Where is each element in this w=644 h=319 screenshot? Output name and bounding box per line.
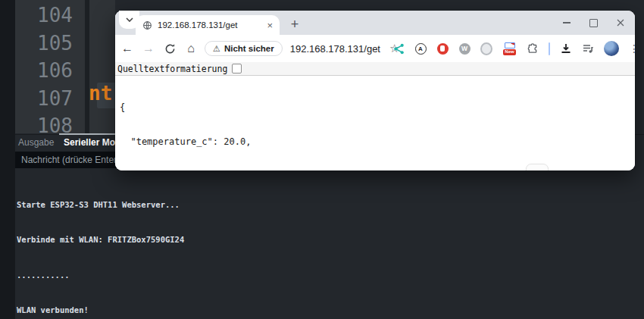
browser-tab[interactable]: 192.168.178.131/get × xyxy=(136,15,280,35)
puzzle-glyph xyxy=(527,42,539,55)
forward-icon[interactable]: → xyxy=(141,41,156,56)
tab-close-icon[interactable]: × xyxy=(267,20,273,30)
browser-toolbar: ← → ⌂ ⚠ Nicht sicher 192.168.178.131/get… xyxy=(115,35,635,62)
tab-ausgabe[interactable]: Ausgabe xyxy=(18,137,54,148)
serial-monitor-output[interactable]: Starte ESP32-S3 DHT11 Webserver... Verbi… xyxy=(17,176,462,319)
line-number: 105 xyxy=(15,30,73,58)
source-format-bar: Quelltextformatierung xyxy=(115,62,635,76)
block-icon: ⊘ xyxy=(533,168,542,170)
download-glyph xyxy=(560,42,572,55)
address-bar[interactable]: ⚠ Nicht sicher 192.168.178.131/get ☆ xyxy=(205,35,399,62)
adguard-extension-icon[interactable]: A xyxy=(414,42,427,55)
url-text[interactable]: 192.168.178.131/get xyxy=(290,43,380,55)
line-number: 107 xyxy=(15,85,73,113)
nav-buttons: ← → ⌂ xyxy=(120,35,199,62)
reload-icon[interactable] xyxy=(162,41,177,56)
globe-icon xyxy=(142,20,152,30)
line-number: 106 xyxy=(15,57,73,85)
security-chip[interactable]: ⚠ Nicht sicher xyxy=(205,41,283,56)
capture-glyph xyxy=(505,42,515,48)
home-icon[interactable]: ⌂ xyxy=(183,41,199,56)
warning-icon: ⚠ xyxy=(213,45,220,53)
json-line: "temperature_c": 20.0, xyxy=(120,136,635,148)
block-overlay-button[interactable]: ⊘ xyxy=(526,164,549,170)
serial-line: ........... xyxy=(17,270,462,281)
share-icon[interactable] xyxy=(392,42,405,55)
minimize-icon[interactable] xyxy=(563,22,571,23)
toolbar-divider xyxy=(549,42,550,55)
new-tab-button[interactable]: + xyxy=(285,14,305,34)
editor-gutter-divider xyxy=(85,0,89,133)
profile-avatar[interactable] xyxy=(604,41,619,56)
serial-line: Starte ESP32-S3 DHT11 Webserver... xyxy=(17,199,462,211)
tab-strip: 192.168.178.131/get × + xyxy=(115,11,635,35)
browser-window: 192.168.178.131/get × + ← → ⌂ ⚠ xyxy=(115,11,635,170)
media-playlist-icon[interactable] xyxy=(582,42,594,55)
share-glyph xyxy=(393,43,405,55)
close-icon[interactable] xyxy=(617,19,624,27)
line-number: 104 xyxy=(15,2,73,30)
source-format-label: Quelltextformatierung xyxy=(117,64,227,74)
blob-glyph xyxy=(480,42,492,55)
playlist-glyph xyxy=(582,42,594,55)
w-letter: W xyxy=(459,43,470,55)
w-extension-icon[interactable]: W xyxy=(458,42,470,55)
downloads-icon[interactable] xyxy=(560,42,572,55)
ide-left-strip xyxy=(0,0,15,319)
source-format-checkbox[interactable] xyxy=(232,64,242,73)
browser-page: Quelltextformatierung { "temperature_c":… xyxy=(115,62,635,170)
maximize-icon[interactable] xyxy=(589,19,598,27)
gray-extension-icon[interactable] xyxy=(480,42,492,55)
window-controls xyxy=(563,11,624,35)
json-line: { xyxy=(120,102,635,114)
line-number: 108 xyxy=(15,112,73,140)
hand-glyph xyxy=(437,43,449,55)
editor-line-numbers: 104 105 106 107 108 xyxy=(15,2,73,140)
extension-icons: A W New ⋮ xyxy=(392,35,639,62)
screenshot-extension-icon[interactable]: New xyxy=(502,42,517,55)
adblock-hand-extension-icon[interactable] xyxy=(436,42,449,55)
serial-line: Verbinde mit WLAN: FRITZBox7590GI24 xyxy=(17,234,462,246)
code-token-orange: nt xyxy=(89,82,112,105)
screen: 104 105 106 107 108 nt({ Ausgabe Seriell… xyxy=(0,0,644,319)
security-label: Nicht sicher xyxy=(224,44,274,53)
extensions-puzzle-icon[interactable] xyxy=(527,42,539,55)
json-response[interactable]: { "temperature_c": 20.0, "humidity": 49.… xyxy=(115,76,635,170)
chevron-down-icon xyxy=(126,17,133,22)
tab-title: 192.168.178.131/get xyxy=(158,20,261,30)
serial-line: WLAN verbunden! xyxy=(17,305,462,316)
new-badge: New xyxy=(503,49,516,55)
adguard-letter: A xyxy=(415,43,427,55)
browser-menu-icon[interactable]: ⋮ xyxy=(629,42,639,55)
back-icon[interactable]: ← xyxy=(120,41,135,56)
reload-glyph xyxy=(164,43,176,55)
